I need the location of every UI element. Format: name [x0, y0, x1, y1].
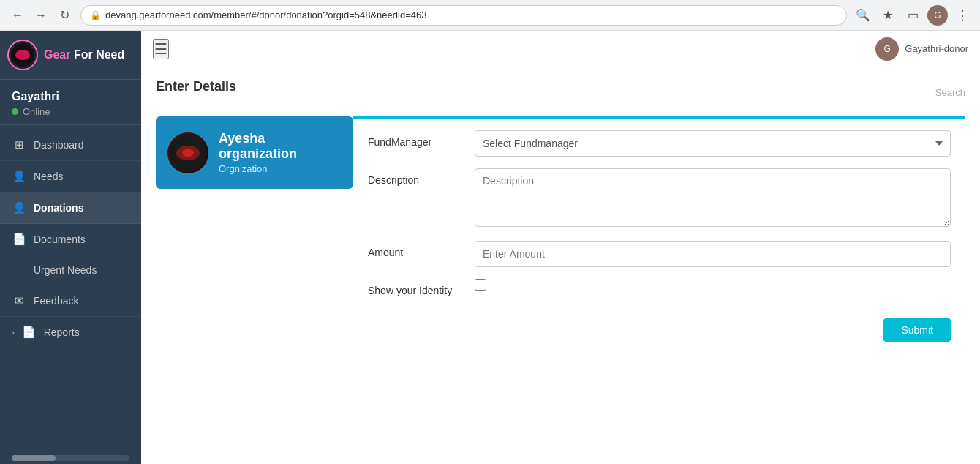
needs-icon: 👤 [12, 170, 26, 183]
documents-icon: 📄 [12, 233, 26, 246]
hamburger-button[interactable]: ☰ [153, 39, 169, 59]
bookmark-button[interactable]: ★ [878, 5, 898, 26]
sidebar: Gear For Need Gayathri Online ⊞ Dashboar… [0, 31, 141, 464]
topbar-right: G Gayathri-donor [875, 37, 968, 61]
logo-icon [7, 40, 38, 70]
sidebar-item-feedback[interactable]: ✉ Feedback [0, 285, 141, 317]
sidebar-item-reports[interactable]: › 📄 Reports [0, 317, 141, 348]
fundmanager-row: FundManager Select Fundmanager [368, 130, 951, 157]
feedback-icon: ✉ [12, 294, 26, 307]
form-area: FundManager Select Fundmanager Descripti… [353, 116, 965, 342]
sidebar-item-label: Donations [34, 202, 83, 214]
main-content: ☰ G Gayathri-donor Enter Details Search [141, 31, 980, 464]
reports-icon: 📄 [22, 326, 37, 339]
org-card: Ayesha organization Orgnization [156, 116, 353, 189]
description-control [475, 168, 951, 229]
svg-point-1 [15, 50, 30, 60]
amount-input[interactable] [475, 241, 951, 267]
browser-nav-buttons: ← → ↻ [7, 5, 75, 26]
sidebar-scrollbar[interactable] [12, 455, 129, 461]
user-status: Online [12, 106, 129, 117]
sidebar-item-urgent-needs[interactable]: Urgent Needs [0, 255, 141, 285]
identity-control [475, 279, 951, 291]
search-text: Search [935, 87, 965, 98]
form-actions: Submit [368, 318, 951, 342]
identity-checkbox[interactable] [475, 279, 486, 291]
org-name: Ayesha organization [219, 131, 342, 162]
app-container: Gear For Need Gayathri Online ⊞ Dashboar… [0, 31, 980, 464]
content-area: Ayesha organization Orgnization FundMana… [156, 116, 965, 342]
org-logo-inner [167, 132, 208, 173]
back-button[interactable]: ← [7, 5, 28, 26]
description-label: Description [368, 168, 463, 186]
sidebar-item-donations[interactable]: 👤 Donations [0, 192, 141, 224]
page-body: Enter Details Search [141, 67, 980, 464]
fundmanager-label: FundManager [368, 130, 463, 148]
sidebar-item-label: Reports [44, 326, 80, 338]
nav-list: ⊞ Dashboard 👤 Needs 👤 Donations 📄 Docume… [0, 125, 141, 452]
page-title: Enter Details [156, 79, 236, 94]
fundmanager-control: Select Fundmanager [475, 130, 951, 157]
reload-button[interactable]: ↻ [54, 5, 75, 26]
lock-icon: 🔒 [90, 10, 101, 20]
sidebar-item-needs[interactable]: 👤 Needs [0, 161, 141, 192]
amount-label: Amount [368, 241, 463, 258]
search-browser-button[interactable]: 🔍 [853, 5, 873, 26]
topbar-user-label: Gayathri-donor [905, 43, 968, 54]
sidebar-item-documents[interactable]: 📄 Documents [0, 224, 141, 255]
status-dot [12, 108, 18, 115]
sidebar-item-label: Needs [34, 171, 63, 182]
identity-row: Show your Identity [368, 279, 951, 296]
user-section: Gayathri Online [0, 80, 141, 125]
description-textarea[interactable] [475, 168, 951, 227]
sidebar-logo: Gear For Need [0, 31, 141, 80]
logo-text: Gear For Need [44, 48, 124, 61]
user-name: Gayathri [12, 90, 129, 103]
sidebar-item-label: Documents [34, 233, 86, 245]
topbar: ☰ G Gayathri-donor [141, 31, 980, 67]
fundmanager-select[interactable]: Select Fundmanager [475, 130, 951, 157]
sidebar-item-label: Feedback [34, 295, 78, 307]
dashboard-icon: ⊞ [12, 138, 26, 151]
address-bar[interactable]: 🔒 devang.gearforneed.com/member/#/donor/… [80, 5, 847, 26]
amount-row: Amount [368, 241, 951, 267]
topbar-avatar: G [875, 37, 899, 61]
org-logo [167, 132, 208, 173]
sidebar-item-label: Dashboard [34, 139, 84, 151]
profile-avatar-button[interactable]: G [927, 5, 948, 26]
org-info: Ayesha organization Orgnization [219, 131, 342, 174]
description-row: Description [368, 168, 951, 229]
sidebar-item-label: Urgent Needs [34, 264, 97, 276]
browser-actions: 🔍 ★ ▭ G ⋮ [853, 5, 973, 26]
url-text: devang.gearforneed.com/member/#/donor/do… [105, 10, 426, 20]
donations-icon: 👤 [12, 201, 26, 214]
browser-chrome: ← → ↻ 🔒 devang.gearforneed.com/member/#/… [0, 0, 980, 31]
org-type: Orgnization [219, 163, 342, 174]
sidebar-item-dashboard[interactable]: ⊞ Dashboard [0, 130, 141, 161]
chevron-right-icon: › [12, 328, 15, 337]
toggle-sidebar-button[interactable]: ▭ [902, 5, 923, 26]
forward-button[interactable]: → [31, 5, 51, 26]
submit-button[interactable]: Submit [883, 318, 951, 342]
sidebar-scrollbar-thumb [12, 455, 56, 461]
identity-label: Show your Identity [368, 279, 463, 296]
more-options-button[interactable]: ⋮ [952, 5, 973, 26]
svg-point-4 [182, 149, 194, 157]
amount-control [475, 241, 951, 267]
